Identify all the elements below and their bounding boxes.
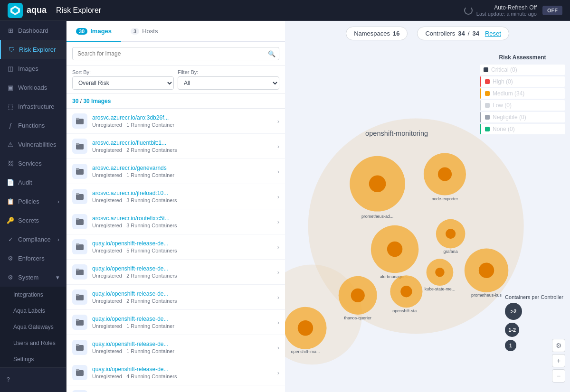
sidebar-item-label: Users and Roles [13,340,56,346]
zoom-in-button[interactable]: + [552,354,565,367]
list-item[interactable]: arosvc.azurecr.io/fluentbit:1... Unregis… [66,134,285,159]
image-icon [72,340,87,355]
zoom-out-button[interactable]: − [552,369,565,383]
filter-group: Filter By: All [178,69,279,90]
filter-select[interactable]: All [178,76,279,90]
logo-text: aqua [27,5,47,15]
auto-refresh-toggle[interactable]: OFF [542,6,562,15]
image-meta: Unregistered 4 Running Containers [92,373,273,379]
sidebar-item-compliance[interactable]: ✓ Compliance › [0,230,66,249]
sidebar-bottom-help[interactable]: ? [0,372,66,388]
chevron-down-icon: › [277,294,279,301]
count-total: 30 [83,98,89,104]
reset-link[interactable]: Reset [485,30,501,37]
sidebar-item-audit[interactable]: 📄 Audit [0,173,66,192]
image-list: arosvc.azurecr.io/aro:3db26f... Unregist… [66,109,285,392]
risk-item-medium[interactable]: Medium (34) [480,88,565,99]
bubble-thanos-inner [351,289,365,302]
tabs: 30 Images 3 Hosts [66,21,285,42]
sidebar-item-enforcers[interactable]: ⚙ Enforcers [0,249,66,268]
sidebar-item-integrations[interactable]: Integrations [0,287,66,303]
list-item[interactable]: quay.io/openshift-release-de... Unregist… [66,234,285,260]
chevron-down-icon: › [277,369,279,376]
enforcer-icon: ⚙ [7,254,14,262]
list-item[interactable]: quay.io/openshift-release-de... Unregist… [66,260,285,285]
risk-item-high[interactable]: High (0) [480,76,565,87]
count-current: 30 [72,98,78,104]
sidebar-item-dashboard[interactable]: ⊞ Dashboard [0,21,66,40]
sidebar-item-infrastructure[interactable]: ⬚ Infrastructure [0,97,66,116]
sidebar-item-secrets[interactable]: 🔑 Secrets [0,211,66,230]
list-item[interactable]: arosvc.azurecr.io/genevarnds Unregistere… [66,159,285,184]
risk-item-critical[interactable]: Critical (0) [480,65,565,75]
controllers-total: 34 [472,30,479,37]
image-icon [72,264,87,280]
list-item[interactable]: arosvc.azurecr.io/aro:3db26f... Unregist… [66,109,285,134]
settings-button[interactable]: ⚙ [552,339,565,352]
list-item[interactable]: quay.io/openshift-release-de... Unregist… [66,335,285,360]
sidebar-item-users-roles[interactable]: Users and Roles [0,335,66,351]
sidebar-item-aqua-labels[interactable]: Aqua Labels [0,303,66,319]
risk-assessment-panel: Risk Assessment Critical (0) High (0) Me… [475,49,570,140]
image-meta: Unregistered 5 Running Containers [92,248,273,253]
image-meta: Unregistered 3 Running Containers [92,223,273,228]
image-meta: Unregistered 1 Running Container [92,348,273,354]
search-input[interactable] [72,47,279,60]
refresh-icon[interactable] [464,6,473,15]
sidebar-item-workloads[interactable]: ▣ Workloads [0,78,66,97]
sidebar-bottom-notifications[interactable]: 🔔 [0,388,66,392]
grid-icon: ⊞ [7,27,14,34]
tab-hosts-count: 3 [131,28,139,35]
sidebar-item-settings[interactable]: Settings [0,351,66,367]
tab-hosts[interactable]: 3 Hosts [121,21,167,42]
sidebar-item-label: Aqua Labels [13,308,45,314]
file-icon: 📄 [7,178,14,186]
check-icon: ✓ [7,235,14,243]
function-icon: ƒ [7,121,14,129]
sidebar-item-label: Audit [18,179,32,186]
bubble-alertmanager-inner [387,242,402,257]
svg-rect-10 [76,193,79,195]
sort-select[interactable]: Overall Risk [72,76,174,90]
sidebar-item-images[interactable]: ◫ Images [0,59,66,78]
list-item[interactable]: quay.io/openshift-release-de... Unregist… [66,385,285,392]
controllers-divider: / [468,30,470,37]
sidebar-item-aqua-gateways[interactable]: Aqua Gateways [0,319,66,335]
sidebar-item-system[interactable]: ⚙ System ▾ [0,268,66,287]
image-name: quay.io/openshift-release-de... [92,240,273,247]
risk-item-none[interactable]: None (0) [480,124,565,134]
risk-label-critical: Critical (0) [491,66,517,73]
controllers-count: 34 [458,30,465,37]
chevron-down-icon: › [277,193,279,200]
help-icon: ? [7,376,10,383]
namespaces-pill: Namespaces 16 [346,27,408,40]
image-icon [72,239,87,254]
list-item[interactable]: arosvc.azurecr.io/routefix:c5t... Unregi… [66,209,285,234]
sidebar-item-vulnerabilities[interactable]: ⚠ Vulnerabilities [0,135,66,154]
svg-rect-6 [76,143,79,145]
sidebar-item-label: Workloads [18,84,47,91]
tab-images[interactable]: 30 Images [66,21,121,42]
sidebar-item-functions[interactable]: ƒ Functions [0,116,66,135]
sidebar-item-risk-explorer[interactable]: 🛡 Risk Explorer [0,40,66,59]
topbar: aqua Risk Explorer Auto-Refresh Off Last… [0,0,570,21]
risk-label-medium: Medium (34) [493,90,524,97]
sidebar-sub-system: Integrations Aqua Labels Aqua Gateways U… [0,287,66,367]
sidebar-item-services[interactable]: ⛓ Services [0,154,66,173]
list-item[interactable]: quay.io/openshift-release-de... Unregist… [66,310,285,335]
list-item[interactable]: arosvc.azurecr.io/jfreload:10... Unregis… [66,184,285,209]
image-meta: Unregistered 1 Running Container [92,122,273,128]
logo: aqua [8,3,47,18]
risk-item-low[interactable]: Low (0) [480,100,565,111]
list-item[interactable]: quay.io/openshift-release-de... Unregist… [66,285,285,310]
svg-rect-16 [76,269,79,271]
namespaces-label: Namespaces [354,30,390,37]
bubble-prometheus-k8s-label: prometheus-k8s [471,293,502,298]
namespace-label: openshift-monitoring [365,130,428,137]
sidebar-item-policies[interactable]: 📋 Policies › [0,192,66,211]
main-layout: ⊞ Dashboard 🛡 Risk Explorer ◫ Images ▣ W… [0,21,570,392]
risk-item-negligible[interactable]: Negligible (0) [480,112,565,122]
list-item[interactable]: quay.io/openshift-release-de... Unregist… [66,360,285,385]
risk-dot-high [485,79,490,84]
search-icon[interactable]: 🔍 [268,50,276,57]
